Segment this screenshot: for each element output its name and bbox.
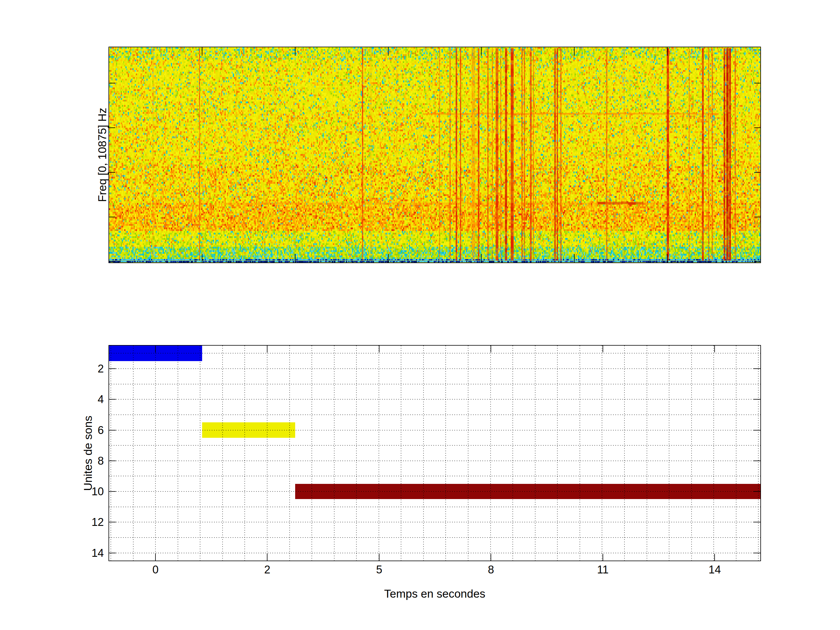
y-tick-label: 8 (72, 455, 104, 466)
axis-tick (109, 172, 115, 173)
spectrogram-image (109, 47, 760, 262)
axis-tick (481, 254, 482, 262)
axis-tick (714, 346, 715, 352)
y-tick-label: 4 (72, 394, 104, 405)
x-tick-label: 11 (585, 564, 621, 575)
axis-tick (109, 83, 115, 84)
axis-tick (754, 83, 760, 84)
axis-tick (603, 346, 603, 352)
gridline (468, 346, 468, 561)
axis-tick (109, 553, 116, 553)
gridline (647, 346, 647, 561)
gridline (109, 353, 760, 354)
axis-tick (667, 47, 668, 56)
gridline (401, 346, 401, 561)
y-tick-label: 14 (72, 548, 104, 559)
gridline (109, 507, 760, 507)
axis-tick (109, 461, 116, 461)
gridline (669, 346, 669, 561)
axis-tick (754, 399, 760, 399)
axis-tick (109, 491, 116, 492)
gridline (222, 346, 223, 561)
gridline (311, 346, 312, 561)
gridline (109, 522, 760, 523)
gridline (109, 430, 760, 431)
gridline (758, 346, 759, 561)
axis-tick (574, 47, 575, 56)
gridline (356, 346, 357, 561)
gridline (245, 346, 245, 561)
axis-tick (491, 346, 491, 352)
gridline (109, 399, 760, 399)
axis-tick (379, 554, 379, 561)
gridline (379, 346, 379, 561)
gridline (133, 346, 134, 561)
gridline (111, 346, 111, 561)
gridline (423, 346, 424, 561)
axis-tick (754, 553, 760, 553)
y-tick-label: 6 (72, 425, 104, 436)
axis-tick (109, 217, 115, 217)
axis-tick (574, 254, 575, 262)
axis-tick (109, 522, 116, 523)
gridline (267, 346, 267, 561)
axis-tick (267, 554, 267, 561)
y-tick-label: 2 (72, 363, 104, 374)
gridline (691, 346, 692, 561)
axis-tick (667, 254, 668, 262)
gridline (155, 346, 156, 561)
gridline (178, 346, 178, 561)
axis-tick (754, 172, 760, 173)
axis-tick (155, 554, 156, 561)
gridline (624, 346, 625, 561)
gridline (334, 346, 335, 561)
y-tick-label: 10 (72, 486, 104, 497)
axis-tick (603, 554, 603, 561)
gridline (445, 346, 446, 561)
x-tick-label: 8 (474, 564, 508, 575)
axis-tick (754, 522, 760, 523)
axis-tick (388, 47, 388, 56)
gridline (200, 346, 201, 561)
gridline (602, 346, 602, 561)
gridline (109, 414, 760, 415)
axis-tick (388, 254, 388, 262)
axis-tick (754, 430, 760, 431)
axis-tick (109, 430, 116, 431)
gridline (109, 384, 760, 384)
gridline (512, 346, 513, 561)
axis-tick (155, 346, 156, 352)
matlab-figure: Freq [0, 10875] Hz Unites de sons Temps … (0, 0, 840, 630)
time-xlabel: Temps en secondes (384, 587, 485, 600)
axis-tick (754, 491, 760, 492)
axis-tick (754, 261, 760, 262)
axis-tick (491, 554, 491, 561)
x-tick-label: 14 (697, 564, 732, 575)
gridline (557, 346, 558, 561)
axis-tick (295, 254, 295, 262)
spectrogram-ylabel: Freq [0, 10875] Hz (96, 107, 109, 202)
gridline (109, 368, 760, 369)
gridline (109, 553, 760, 553)
axis-tick (379, 346, 379, 352)
axis-tick (714, 554, 715, 561)
gridline (109, 445, 760, 446)
gridline (109, 476, 760, 476)
gridline (736, 346, 736, 561)
axis-tick (109, 368, 116, 369)
axis-tick (754, 461, 760, 461)
axis-tick (267, 346, 267, 352)
axis-tick (754, 217, 760, 217)
axis-tick (202, 254, 202, 262)
gridline (109, 491, 760, 492)
y-tick-label: 12 (72, 516, 104, 527)
x-tick-label: 2 (249, 564, 285, 575)
x-tick-label: 0 (138, 564, 173, 575)
axis-tick (481, 47, 482, 56)
axis-tick (109, 128, 115, 128)
axis-tick (109, 261, 115, 262)
gridline (714, 346, 714, 561)
gridline (579, 346, 580, 561)
sound-units-plot (109, 345, 761, 561)
axis-tick (202, 47, 202, 56)
